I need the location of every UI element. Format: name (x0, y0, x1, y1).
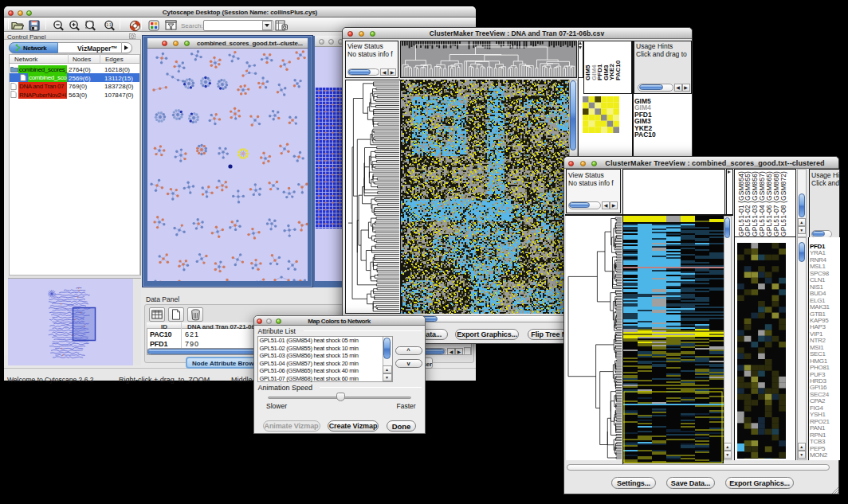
svg-text:1:1: 1:1 (106, 23, 112, 27)
